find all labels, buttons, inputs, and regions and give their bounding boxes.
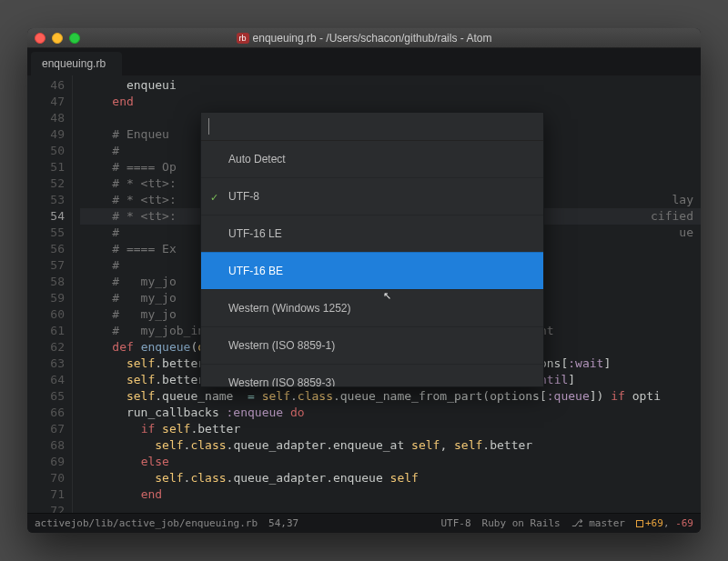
code-line: if self.better [80,421,701,437]
line-number: 71 [27,486,65,503]
status-cursor-position[interactable]: 54,37 [268,517,298,529]
encoding-option[interactable]: Western (Windows 1252) [201,289,543,326]
encoding-option[interactable]: Western (ISO 8859-3) [201,364,543,386]
status-grammar[interactable]: Ruby on Rails [482,517,561,529]
code-line: end [80,94,701,110]
line-number: 52 [27,175,65,192]
tab-label: enqueuing.rb [42,57,106,70]
text-editor[interactable]: 4647484950515253545556575859606162636465… [27,75,701,513]
encoding-option[interactable]: Auto Detect [201,141,543,177]
line-number: 51 [27,159,65,175]
app-window: rb enqueuing.rb - /Users/schacon/github/… [27,28,701,533]
minimize-window-button[interactable] [52,33,63,44]
diff-square-icon [636,520,643,527]
code-line: end [80,486,701,503]
zoom-window-button[interactable] [69,33,80,44]
line-number: 59 [27,290,65,306]
encoding-option-label: UTF-16 BE [228,265,283,277]
line-number: 58 [27,274,65,290]
encoding-option-label: UTF-16 LE [228,227,282,240]
git-branch-icon: ⎇ [571,517,583,529]
line-number: 66 [27,405,65,421]
status-bar: activejob/lib/active_job/enqueuing.rb 54… [27,513,701,533]
line-number: 53 [27,192,65,208]
tab-enqueuing[interactable]: enqueuing.rb [31,52,122,75]
encoding-option[interactable]: Western (ISO 8859-1) [201,326,543,364]
line-number: 48 [27,110,65,126]
line-number: 50 [27,143,65,159]
line-number: 72 [27,503,65,513]
line-number: 57 [27,257,65,274]
line-number: 69 [27,454,65,470]
line-number: 56 [27,241,65,257]
encoding-option-label: Western (ISO 8859-3) [228,376,335,386]
encoding-option-label: UTF-8 [228,190,259,203]
line-number: 54 [27,208,65,225]
line-number: 65 [27,388,65,405]
line-number: 70 [27,470,65,486]
status-git-branch[interactable]: ⎇ master [571,517,625,529]
encoding-option-label: Western (ISO 8859-1) [228,339,335,352]
line-number: 60 [27,306,65,323]
code-line: else [80,454,701,470]
line-number: 55 [27,225,65,241]
git-branch-name: master [589,517,625,529]
diff-removed: -69 [675,517,693,529]
code-line: self.class.queue_adapter.enqueue self [80,470,701,486]
line-number: 47 [27,94,65,110]
code-line [80,503,701,513]
close-window-button[interactable] [35,33,46,44]
encoding-search-row [201,113,543,141]
encoding-option-label: Auto Detect [228,153,286,165]
encoding-option-label: Western (Windows 1252) [228,302,351,315]
line-number: 68 [27,437,65,454]
titlebar: rb enqueuing.rb - /Users/schacon/github/… [27,28,701,48]
code-fragment: cified [651,208,693,225]
line-number: 49 [27,126,65,143]
code-line: self.class.queue_adapter.enqueue_at self… [80,437,701,454]
diff-separator: , [663,517,675,529]
window-title: rb enqueuing.rb - /Users/schacon/github/… [27,32,701,45]
encoding-selector-panel: Auto Detect✓UTF-8UTF-16 LEUTF-16 BEWeste… [200,112,544,387]
tab-bar: enqueuing.rb [27,48,701,75]
encoding-options-list: Auto Detect✓UTF-8UTF-16 LEUTF-16 BEWeste… [201,141,543,386]
check-icon: ✓ [210,189,218,205]
diff-added: +69 [645,517,663,529]
window-title-text: enqueuing.rb - /Users/schacon/github/rai… [253,32,492,45]
encoding-search-input[interactable] [208,118,536,135]
line-number: 67 [27,421,65,437]
status-git-diff[interactable]: +69, -69 [636,517,693,529]
status-encoding[interactable]: UTF-8 [440,517,470,529]
code-line: run_callbacks :enqueue do [80,405,701,421]
encoding-option[interactable]: UTF-16 BE [201,252,543,289]
window-controls [35,33,80,44]
line-number: 63 [27,356,65,372]
code-line: enqueui [80,77,701,94]
line-number: 61 [27,323,65,339]
line-number-gutter: 4647484950515253545556575859606162636465… [27,75,73,513]
status-file-path[interactable]: activejob/lib/active_job/enqueuing.rb [35,517,258,529]
code-fragment: lay [672,192,693,208]
line-number: 46 [27,77,65,94]
filetype-badge: rb [237,33,249,44]
encoding-option[interactable]: ✓UTF-8 [201,177,543,215]
code-fragment: ue [679,225,693,241]
code-line: self.queue_name = self.class.queue_name_… [80,388,701,405]
line-number: 62 [27,339,65,356]
line-number: 64 [27,372,65,388]
encoding-option[interactable]: UTF-16 LE [201,215,543,252]
